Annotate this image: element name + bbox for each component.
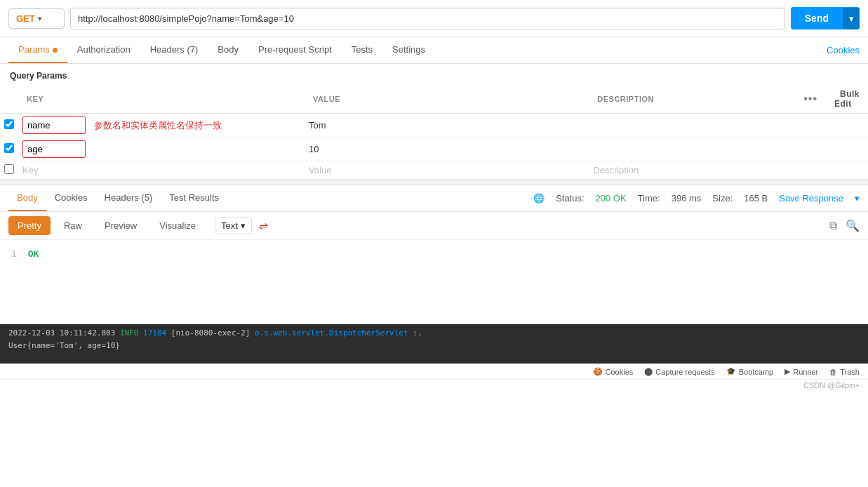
response-code-value: OK xyxy=(28,248,39,259)
row2-empty xyxy=(826,138,868,161)
row2-more-cell xyxy=(795,138,826,161)
tab-params[interactable]: Params xyxy=(8,37,67,63)
console-bar: 2022-12-03 10:11:42.803 INFO 17104 [nio-… xyxy=(0,324,868,363)
resp-tab-cookies[interactable]: Cookies xyxy=(46,185,96,211)
row2-checkbox[interactable] xyxy=(4,143,14,153)
request-tabs-row: Params Authorization Headers (7) Body Pr… xyxy=(0,37,868,64)
placeholder-desc-cell: Description xyxy=(589,161,795,180)
watermark-text: CSDN @Gilpin+ xyxy=(803,381,860,389)
console-timestamp: 2022-12-03 10:11:42.803 xyxy=(8,328,115,338)
table-row-placeholder: Key Value Description xyxy=(0,161,868,180)
placeholder-more xyxy=(795,161,826,180)
trash-icon: 🗑 xyxy=(829,368,837,376)
method-select[interactable]: GET ▾ xyxy=(8,8,65,29)
send-btn-group: Send ▾ xyxy=(791,7,860,29)
status-bar: 🍪 Cookies ⬤ Capture requests 🎓 Bootcamp … xyxy=(0,363,868,379)
text-type-label: Text xyxy=(221,220,238,231)
console-thread-label: [nio-8080-exec-2] xyxy=(171,328,251,338)
save-response-button[interactable]: Save Response xyxy=(779,193,843,204)
placeholder-key-text: Key xyxy=(22,165,38,175)
col-key-header: KEY xyxy=(18,85,305,114)
row1-more-cell xyxy=(795,114,826,138)
code-area: 1OK xyxy=(0,240,868,324)
row1-key-input[interactable] xyxy=(22,116,86,134)
console-class: o.s.web.servlet.DispatcherServlet xyxy=(255,328,408,338)
tab-tests[interactable]: Tests xyxy=(342,37,382,63)
text-type-chevron: ▾ xyxy=(241,220,246,231)
status-value: 200 OK xyxy=(596,193,627,204)
statusbar-capture[interactable]: ⬤ Capture requests xyxy=(644,367,714,376)
resp-tab-headers[interactable]: Headers (5) xyxy=(96,185,161,211)
row1-key-cell: 参数名和实体类属性名保持一致 xyxy=(18,114,305,138)
row1-check-cell xyxy=(0,114,18,138)
statusbar-cookies[interactable]: 🍪 Cookies xyxy=(593,367,634,376)
resp-tab-test-results[interactable]: Test Results xyxy=(161,185,227,211)
runner-icon: ▶ xyxy=(784,367,790,376)
text-type-select[interactable]: Text ▾ xyxy=(215,217,252,234)
row2-key-input[interactable] xyxy=(22,140,86,158)
response-status-bar: 🌐 Status: 200 OK Time: 396 ms Size: 165 … xyxy=(533,193,860,204)
row2-desc-cell[interactable] xyxy=(589,138,795,161)
copy-icon[interactable]: ⧉ xyxy=(829,220,837,232)
tab-pre-request-script[interactable]: Pre-request Script xyxy=(248,37,342,63)
row1-desc-cell[interactable] xyxy=(589,114,795,138)
col-value-header: VALUE xyxy=(305,85,589,114)
row2-check-cell xyxy=(0,138,18,161)
search-icon[interactable]: 🔍 xyxy=(846,219,860,232)
format-visualize-button[interactable]: Visualize xyxy=(150,216,205,235)
send-dropdown-button[interactable]: ▾ xyxy=(843,8,860,29)
tab-headers[interactable]: Headers (7) xyxy=(140,37,208,63)
more-options-icon[interactable]: ••• xyxy=(803,93,817,105)
top-bar: GET ▾ Send ▾ xyxy=(0,0,868,37)
params-table: KEY VALUE DESCRIPTION ••• Bulk Edit 参数名和… xyxy=(0,85,868,180)
globe-icon: 🌐 xyxy=(533,193,545,204)
col-more-header: ••• xyxy=(795,85,826,114)
tab-settings[interactable]: Settings xyxy=(382,37,435,63)
method-chevron-icon: ▾ xyxy=(38,15,41,22)
time-value: 396 ms xyxy=(672,193,702,204)
col-desc-header: DESCRIPTION xyxy=(589,85,795,114)
placeholder-checkbox[interactable] xyxy=(4,164,14,174)
console-thread-id: 17104 xyxy=(143,328,166,338)
query-params-section-label: Query Params xyxy=(0,64,868,85)
row2-value-cell[interactable]: 10 xyxy=(305,138,589,161)
watermark-bar: CSDN @Gilpin+ xyxy=(0,379,868,391)
format-bar: Pretty Raw Preview Visualize Text ▾ ⇌ ⧉ … xyxy=(0,212,868,240)
tab-body[interactable]: Body xyxy=(208,37,248,63)
statusbar-bootcamp[interactable]: 🎓 Bootcamp xyxy=(726,367,774,376)
status-label: Status: xyxy=(556,193,584,204)
console-user-output: User{name='Tom', age=10} xyxy=(8,341,120,350)
send-button[interactable]: Send xyxy=(791,7,843,29)
tab-authorization[interactable]: Authorization xyxy=(67,37,140,63)
size-value: 165 B xyxy=(744,193,768,204)
method-label: GET xyxy=(16,13,35,24)
placeholder-empty xyxy=(826,161,868,180)
bootcamp-icon: 🎓 xyxy=(726,367,736,376)
console-line-1: 2022-12-03 10:11:42.803 INFO 17104 [nio-… xyxy=(8,327,860,340)
capture-icon: ⬤ xyxy=(644,367,653,376)
table-row: 参数名和实体类属性名保持一致 Tom xyxy=(0,114,868,138)
cookies-icon: 🍪 xyxy=(593,367,603,376)
bulk-edit-header[interactable]: Bulk Edit xyxy=(826,85,868,114)
col-check-header xyxy=(0,85,18,114)
statusbar-runner[interactable]: ▶ Runner xyxy=(784,367,818,376)
save-response-chevron[interactable]: ▾ xyxy=(855,193,860,204)
row1-empty xyxy=(826,114,868,138)
cookies-link[interactable]: Cookies xyxy=(827,38,860,62)
status-bar-right: 🍪 Cookies ⬤ Capture requests 🎓 Bootcamp … xyxy=(593,367,860,376)
params-table-header: KEY VALUE DESCRIPTION ••• Bulk Edit xyxy=(0,85,868,114)
format-pretty-button[interactable]: Pretty xyxy=(8,216,51,235)
url-input[interactable] xyxy=(70,8,785,29)
section-divider xyxy=(0,180,868,185)
statusbar-trash[interactable]: 🗑 Trash xyxy=(829,368,860,376)
format-raw-button[interactable]: Raw xyxy=(55,216,91,235)
console-dots: :. xyxy=(413,328,422,338)
resp-tab-body[interactable]: Body xyxy=(8,185,46,211)
format-preview-button[interactable]: Preview xyxy=(95,216,146,235)
filter-icon[interactable]: ⇌ xyxy=(259,219,268,232)
params-dot xyxy=(53,48,58,53)
row1-checkbox[interactable] xyxy=(4,119,14,129)
row1-value-cell[interactable]: Tom xyxy=(305,114,589,138)
row1-annotation: 参数名和实体类属性名保持一致 xyxy=(94,120,222,131)
tabs-row-right: Cookies xyxy=(827,45,860,55)
